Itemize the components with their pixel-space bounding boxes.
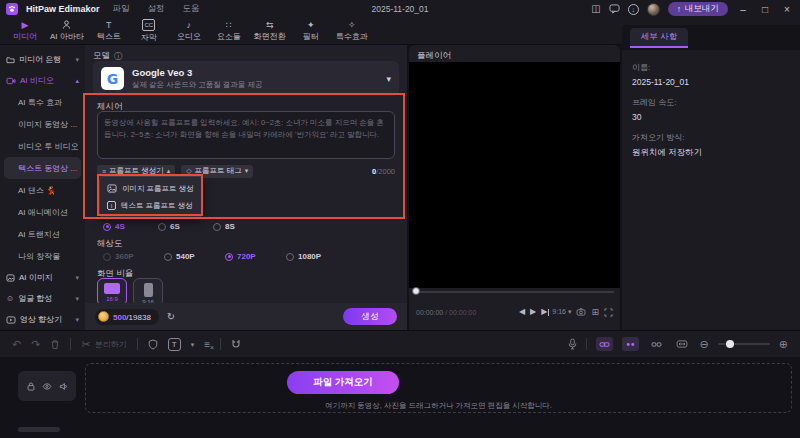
dropdown-item-image-prompt[interactable]: 이미지 프롬프트 생성 xyxy=(100,180,202,197)
mute-icon[interactable] xyxy=(59,382,68,391)
snapshot-icon[interactable] xyxy=(576,308,586,316)
sidebar-face-swap[interactable]: ☺ 얼굴 합성 ▾ xyxy=(0,288,85,309)
resolution-360p[interactable]: 360P xyxy=(103,252,158,261)
sidebar-item-ai-transition[interactable]: AI 트랜지션 xyxy=(0,223,85,245)
safe-area-icon[interactable]: ⊞ xyxy=(591,308,599,317)
resolution-540p[interactable]: 540P xyxy=(164,252,219,261)
delete-icon[interactable] xyxy=(50,339,60,350)
video-preview[interactable] xyxy=(409,62,620,288)
sidebar-item-my-creations[interactable]: 나의 창작물 xyxy=(0,245,85,267)
tab-media[interactable]: ▶ 미디어 xyxy=(6,20,44,42)
text-tool-caret[interactable]: ▾ xyxy=(191,341,195,348)
dropdown-item-text-prompt[interactable]: I 텍스트 프롬프트 생성 xyxy=(100,197,202,214)
export-button[interactable]: ↑ 내보내기 xyxy=(668,2,728,16)
minimize-button[interactable]: – xyxy=(736,4,750,15)
char-counter: 0/2000 xyxy=(372,167,395,176)
resolution-options: 360P 540P 720P 1080P xyxy=(103,252,321,261)
refresh-icon[interactable]: ↻ xyxy=(167,311,175,322)
duration-4s[interactable]: 4S xyxy=(103,222,158,231)
import-mode-label: 가져오기 방식: xyxy=(632,132,790,143)
tab-audio[interactable]: ♪ 오디오 xyxy=(170,20,208,42)
sidebar-item-text-to-video[interactable]: 텍스트 동영상 ... xyxy=(4,157,81,179)
sidebar-item-ai-animation[interactable]: AI 애니메이션 xyxy=(0,201,85,223)
tab-subtitle[interactable]: CC 자막 xyxy=(130,19,168,43)
resolution-720p[interactable]: 720P xyxy=(225,252,280,261)
eye-icon[interactable] xyxy=(42,383,52,390)
generate-button[interactable]: 생성 xyxy=(343,308,397,325)
player-seekbar[interactable] xyxy=(415,291,614,293)
magnet-icon[interactable] xyxy=(231,339,241,349)
avatar-icon xyxy=(62,20,71,30)
close-button[interactable]: × xyxy=(780,4,794,15)
sidebar-ai-video[interactable]: AI 비디오 ▴ xyxy=(0,70,85,91)
timeline-zoom-slider[interactable] xyxy=(718,343,770,345)
undo-icon[interactable]: ↶ xyxy=(12,339,21,350)
marker-icon[interactable] xyxy=(148,339,158,350)
import-file-button[interactable]: 파일 가져오기 xyxy=(287,371,399,394)
zoom-slider-handle[interactable] xyxy=(726,340,734,348)
horizontal-scrollbar[interactable] xyxy=(18,427,60,432)
aspect-ratio-options: 16:9 9:16 xyxy=(97,278,163,306)
user-avatar[interactable] xyxy=(647,3,660,16)
download-icon[interactable]: ↓ xyxy=(628,4,639,15)
sidebar-video-enhancer[interactable]: 영상 향상기 ▾ xyxy=(0,309,85,330)
sidebar-ai-image[interactable]: AI 이미지 ▾ xyxy=(0,267,85,288)
tab-text[interactable]: T 텍스트 xyxy=(90,20,128,42)
cc-icon: CC xyxy=(142,19,155,31)
fit-timeline-icon[interactable] xyxy=(674,337,691,351)
sidebar-media-bank[interactable]: 미디어 은행 ▾ xyxy=(0,49,85,70)
play-icon[interactable]: ▶ xyxy=(530,308,536,316)
sidebar: 미디어 은행 ▾ AI 비디오 ▴ AI 특수 효과 이미지 동영상 ... 비… xyxy=(0,45,85,330)
seekbar-handle[interactable] xyxy=(412,287,420,295)
unlink-icon[interactable] xyxy=(648,337,665,351)
player-controls: 00:00:00 / 00:00:00 ◀ ▶ ▶ 9:16 ▾ ⊞ xyxy=(409,299,620,325)
zoom-in-icon[interactable]: ⊕ xyxy=(779,339,788,350)
google-logo-icon: G xyxy=(101,67,124,90)
framerate-label: 프레임 속도: xyxy=(632,97,790,108)
lock-icon[interactable] xyxy=(27,382,35,391)
info-icon: ⓘ xyxy=(114,51,122,62)
filter-icon: ✦ xyxy=(307,20,315,30)
sidebar-item-video-to-video[interactable]: 비디오 투 비디오 xyxy=(0,135,85,157)
duration-8s[interactable]: 8S xyxy=(213,222,268,231)
tab-effects[interactable]: ✧ 특수효과 xyxy=(332,20,372,42)
image-icon xyxy=(6,274,15,282)
menu-settings[interactable]: 설정 xyxy=(143,3,170,15)
previous-frame-icon[interactable]: ◀ xyxy=(519,308,525,316)
tab-filter[interactable]: ✦ 필터 xyxy=(292,20,330,42)
split-button[interactable]: ✂ 분리하기 xyxy=(81,339,126,350)
feedback-icon[interactable] xyxy=(609,4,620,14)
link-clips-toggle-icon[interactable] xyxy=(596,337,613,351)
layout-panels-icon[interactable]: ◫ xyxy=(591,4,600,14)
resolution-1080p[interactable]: 1080P xyxy=(286,252,321,261)
text-tool-button[interactable]: T xyxy=(168,338,181,351)
ratio-9-16[interactable]: 9:16 xyxy=(133,278,163,306)
player-ratio-select[interactable]: 9:16 ▾ xyxy=(552,308,571,316)
coin-icon xyxy=(98,311,109,322)
tab-elements[interactable]: ∷ 요소들 xyxy=(210,20,248,42)
sidebar-item-ai-dance[interactable]: AI 댄스 💃 xyxy=(0,179,85,201)
text-to-video-panel: 모델 ⓘ G Google Veo 3 실제 같은 사운드와 고품질 결과물 제… xyxy=(85,45,407,330)
tab-details[interactable]: 세부 사항 xyxy=(630,28,688,48)
music-note-icon: ♪ xyxy=(187,20,192,30)
delete-track-icon[interactable]: ≡ xyxy=(204,339,210,350)
menu-help[interactable]: 도움 xyxy=(178,3,205,15)
keyframe-toggle-icon[interactable] xyxy=(622,337,639,351)
record-voiceover-icon[interactable] xyxy=(568,338,577,350)
next-frame-icon[interactable]: ▶ xyxy=(541,308,547,316)
duration-6s[interactable]: 6S xyxy=(158,222,213,231)
fullscreen-icon[interactable] xyxy=(604,308,613,317)
maximize-button[interactable]: □ xyxy=(758,4,772,15)
sidebar-item-image-to-video[interactable]: 이미지 동영상 ... xyxy=(0,113,85,135)
sidebar-item-ai-fx[interactable]: AI 특수 효과 xyxy=(0,91,85,113)
redo-icon[interactable]: ↷ xyxy=(31,339,40,350)
ratio-16-9[interactable]: 16:9 xyxy=(97,278,127,306)
folder-icon xyxy=(6,56,15,64)
model-selector[interactable]: G Google Veo 3 실제 같은 사운드와 고품질 결과물 제공 ▾ xyxy=(93,61,399,96)
menu-file[interactable]: 파일 xyxy=(108,3,135,15)
prompt-textarea[interactable] xyxy=(97,111,395,159)
tab-ai-avatar[interactable]: AI 아바타 xyxy=(46,20,88,42)
import-mode-value: 원위치에 저장하기 xyxy=(632,147,790,159)
tab-transition[interactable]: ⇆ 화면전환 xyxy=(250,20,290,42)
zoom-out-icon[interactable]: ⊖ xyxy=(700,339,709,350)
